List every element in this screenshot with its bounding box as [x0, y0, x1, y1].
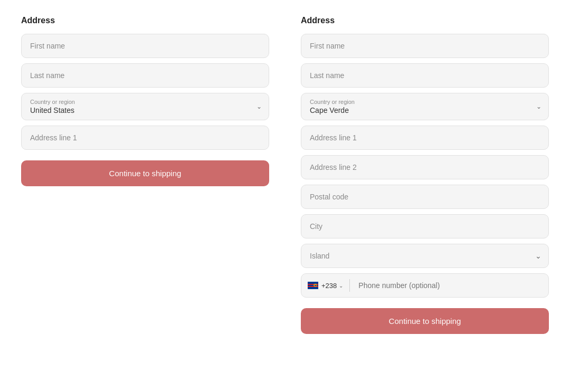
right-country-value: Cape Verde — [310, 106, 527, 114]
left-form-title: Address — [21, 16, 269, 25]
left-continue-button[interactable]: Continue to shipping — [21, 160, 269, 186]
svg-point-11 — [315, 284, 316, 285]
right-country-box[interactable]: Country or region Cape Verde — [301, 93, 549, 120]
right-address-line1-input[interactable] — [301, 126, 549, 150]
page-container: Address Country or region United States … — [11, 16, 559, 334]
svg-point-5 — [316, 285, 317, 286]
right-last-name-field — [301, 63, 549, 88]
right-address-line1-field — [301, 126, 549, 150]
left-first-name-field — [21, 34, 269, 58]
right-city-field — [301, 214, 549, 238]
right-form-title: Address — [301, 16, 549, 25]
right-postal-code-input[interactable] — [301, 185, 549, 209]
left-address-form: Address Country or region United States … — [21, 16, 269, 334]
svg-point-6 — [316, 286, 317, 287]
right-city-input[interactable] — [301, 214, 549, 238]
left-country-select-wrapper[interactable]: Country or region United States ⌄ — [21, 93, 269, 120]
left-address-line1-field — [21, 126, 269, 150]
phone-country-chevron-icon: ⌄ — [339, 283, 343, 289]
svg-point-9 — [314, 285, 315, 286]
right-continue-button[interactable]: Continue to shipping — [301, 308, 549, 334]
phone-country-code: +238 — [321, 282, 337, 290]
right-first-name-input[interactable] — [301, 34, 549, 58]
left-country-box[interactable]: Country or region United States — [21, 93, 269, 120]
right-address-form: Address Country or region Cape Verde ⌄ — [301, 16, 549, 334]
left-address-line1-input[interactable] — [21, 126, 269, 150]
right-island-select[interactable]: Island — [301, 244, 549, 268]
right-phone-input[interactable] — [352, 274, 548, 297]
svg-point-12 — [316, 284, 317, 285]
svg-point-8 — [314, 286, 315, 287]
svg-point-7 — [315, 286, 316, 287]
right-last-name-input[interactable] — [301, 63, 549, 88]
left-last-name-input[interactable] — [21, 63, 269, 88]
left-country-label: Country or region — [30, 99, 248, 105]
cape-verde-flag-icon — [308, 282, 318, 289]
left-country-value: United States — [30, 106, 248, 114]
phone-divider — [349, 279, 350, 292]
left-first-name-input[interactable] — [21, 34, 269, 58]
left-last-name-field — [21, 63, 269, 88]
right-country-field: Country or region Cape Verde ⌄ — [301, 93, 549, 120]
right-country-label: Country or region — [310, 99, 527, 105]
right-postal-code-field — [301, 185, 549, 209]
right-island-field: Island ⌄ — [301, 244, 549, 268]
right-first-name-field — [301, 34, 549, 58]
svg-point-10 — [314, 284, 315, 285]
left-country-field: Country or region United States ⌄ — [21, 93, 269, 120]
right-phone-field: +238 ⌄ — [301, 273, 549, 298]
right-address-line2-input[interactable] — [301, 155, 549, 179]
right-country-select-wrapper[interactable]: Country or region Cape Verde ⌄ — [301, 93, 549, 120]
right-phone-country-selector[interactable]: +238 ⌄ — [301, 274, 347, 297]
right-address-line2-field — [301, 155, 549, 179]
right-phone-row: +238 ⌄ — [301, 273, 549, 298]
svg-point-3 — [314, 285, 315, 286]
